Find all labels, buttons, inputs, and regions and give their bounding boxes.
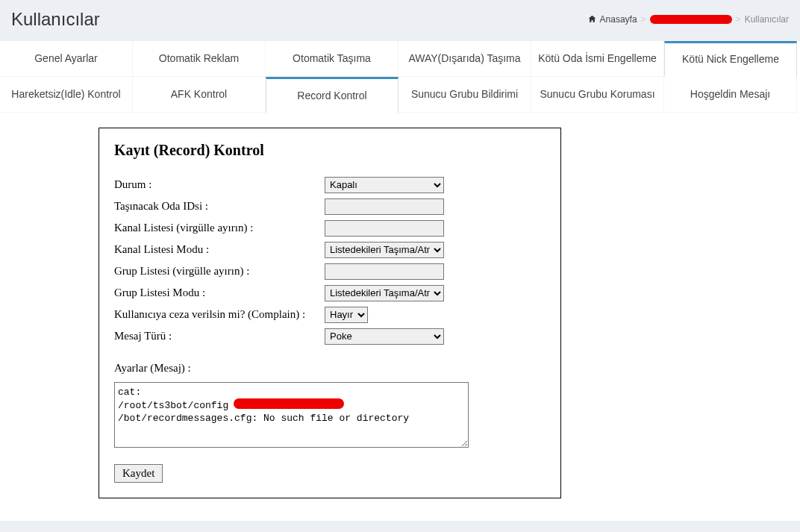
- label-tasinacak-oda: Taşınacak Oda IDsi :: [114, 200, 325, 213]
- row-tasinacak-oda: Taşınacak Oda IDsi :: [114, 197, 546, 216]
- row-kanal-listesi-modu: Kanal Listesi Modu : Listedekileri Taşım…: [114, 240, 546, 259]
- save-button[interactable]: Kaydet: [114, 464, 163, 483]
- label-ayarlar-mesaj: Ayarlar (Mesaj) :: [114, 362, 546, 375]
- tab-sunucu-grubu-bildirimi[interactable]: Sunucu Grubu Bildirimi: [399, 77, 531, 113]
- tab-kotu-nick[interactable]: Kötü Nick Engelleme: [664, 41, 797, 77]
- textarea-wrap: [114, 382, 469, 451]
- tab-away-tasima[interactable]: AWAY(Dışarıda) Taşıma: [399, 41, 531, 77]
- breadcrumb-sep-1: >: [641, 14, 646, 25]
- input-kanal-listesi[interactable]: [325, 220, 444, 237]
- label-kanal-listesi-modu: Kanal Listesi Modu :: [114, 243, 325, 256]
- tab-otomatik-reklam[interactable]: Otomatik Reklam: [133, 41, 266, 77]
- input-grup-listesi[interactable]: [325, 263, 444, 280]
- select-grup-listesi-modu[interactable]: Listedekileri Taşıma/Atma: [325, 285, 444, 301]
- select-ceza[interactable]: Hayır: [325, 307, 368, 323]
- breadcrumb-sep-2: >: [736, 14, 741, 25]
- select-mesaj-turu[interactable]: Poke: [325, 328, 444, 345]
- home-icon: [588, 15, 596, 25]
- row-grup-listesi-modu: Grup Listesi Modu : Listedekileri Taşıma…: [114, 284, 546, 302]
- tab-kotu-oda-ismi[interactable]: Kötü Oda İsmi Engelleme: [531, 41, 664, 77]
- label-ceza: Kullanıcıya ceza verilsin mi? (Complain)…: [114, 308, 325, 321]
- tab-afk-kontrol[interactable]: AFK Kontrol: [133, 77, 266, 113]
- tabs-row-1: Genel Ayarlar Otomatik Reklam Otomatik T…: [0, 41, 800, 77]
- row-durum: Durum : Kapalı: [114, 175, 546, 194]
- tabs-row-2: Hareketsiz(Idle) Kontrol AFK Kontrol Rec…: [0, 77, 800, 113]
- tab-otomatik-tasima[interactable]: Otomatik Taşıma: [266, 41, 399, 77]
- textarea-ayarlar-mesaj[interactable]: [114, 382, 469, 448]
- breadcrumb-redacted: [650, 15, 732, 24]
- select-durum[interactable]: Kapalı: [325, 177, 444, 193]
- breadcrumb-current: Kullanıcılar: [745, 14, 789, 25]
- label-grup-listesi: Grup Listesi (virgülle ayırın) :: [114, 265, 325, 278]
- row-ceza: Kullanıcıya ceza verilsin mi? (Complain)…: [114, 305, 546, 324]
- settings-panel: Kayıt (Record) Kontrol Durum : Kapalı Ta…: [99, 128, 561, 498]
- tab-genel-ayarlar[interactable]: Genel Ayarlar: [0, 41, 133, 77]
- row-mesaj-turu: Mesaj Türü : Poke: [114, 327, 546, 345]
- tab-idle-kontrol[interactable]: Hareketsiz(Idle) Kontrol: [0, 77, 133, 113]
- page-title: Kullanıcılar: [11, 9, 100, 30]
- tab-sunucu-grubu-korumasi[interactable]: Sunucu Grubu Koruması: [531, 77, 664, 113]
- tabs-container: Genel Ayarlar Otomatik Reklam Otomatik T…: [0, 41, 800, 521]
- select-kanal-listesi-modu[interactable]: Listedekileri Taşıma/Atma: [325, 242, 444, 258]
- input-tasinacak-oda[interactable]: [325, 198, 444, 215]
- page-header: Kullanıcılar Anasayfa > > Kullanıcılar: [0, 0, 800, 41]
- breadcrumb: Anasayfa > > Kullanıcılar: [588, 14, 789, 25]
- label-grup-listesi-modu: Grup Listesi Modu :: [114, 287, 325, 299]
- breadcrumb-home[interactable]: Anasayfa: [600, 14, 637, 25]
- row-grup-listesi: Grup Listesi (virgülle ayırın) :: [114, 262, 546, 281]
- label-kanal-listesi: Kanal Listesi (virgülle ayırın) :: [114, 222, 325, 234]
- row-kanal-listesi: Kanal Listesi (virgülle ayırın) :: [114, 219, 546, 237]
- tab-hosgeldin-mesaji[interactable]: Hoşgeldin Mesajı: [664, 77, 797, 113]
- content-wrap: Kayıt (Record) Kontrol Durum : Kapalı Ta…: [0, 113, 800, 521]
- panel-title: Kayıt (Record) Kontrol: [114, 142, 546, 159]
- label-mesaj-turu: Mesaj Türü :: [114, 330, 325, 342]
- label-durum: Durum :: [114, 178, 325, 191]
- tab-record-kontrol[interactable]: Record Kontrol: [266, 77, 399, 113]
